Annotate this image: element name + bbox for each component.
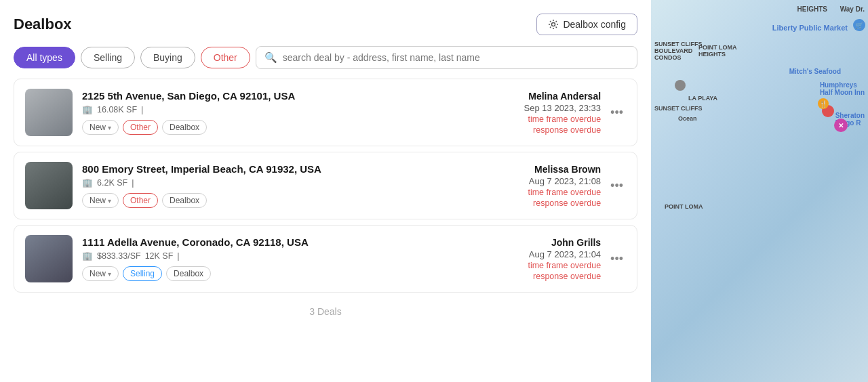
deal-size: 6.2K SF bbox=[97, 178, 127, 188]
deal-right-wrapper: Melissa Brown Aug 7 2023, 21:08 time fra… bbox=[528, 164, 626, 208]
deal-status2: response overdue bbox=[533, 125, 601, 135]
dealbox-config-button[interactable]: Dealbox config bbox=[536, 14, 637, 35]
map-label-liberty: Liberty Public Market bbox=[772, 24, 848, 32]
filter-other[interactable]: Other bbox=[201, 47, 250, 68]
tag-other[interactable]: Other bbox=[123, 193, 158, 208]
deal-status2: response overdue bbox=[533, 272, 601, 281]
tag-dealbox[interactable]: Dealbox bbox=[162, 120, 207, 135]
map-pin-3[interactable]: ✕ bbox=[834, 119, 848, 132]
deal-image bbox=[25, 235, 73, 282]
deal-main: 800 Emory Street, Imperial Beach, CA 919… bbox=[82, 163, 518, 208]
tag-new[interactable]: New ▾ bbox=[82, 266, 119, 281]
more-options-button[interactable]: ••• bbox=[608, 179, 626, 193]
map-label-heights: HEIGHTS bbox=[797, 5, 827, 13]
deal-meta-sep: | bbox=[132, 178, 134, 188]
map-label-point-loma2: POINT LOMA bbox=[665, 203, 703, 210]
deal-main: 1111 Adella Avenue, Coronado, CA 92118, … bbox=[82, 236, 518, 281]
deal-meta-sep: | bbox=[177, 251, 179, 261]
filter-buying[interactable]: Buying bbox=[140, 47, 195, 68]
tag-new[interactable]: New ▾ bbox=[82, 120, 119, 135]
deal-right: Melissa Brown Aug 7 2023, 21:08 time fra… bbox=[528, 164, 601, 208]
search-icon: 🔍 bbox=[264, 51, 277, 64]
deal-agent-name: Melissa Brown bbox=[534, 164, 601, 175]
map-label-point-loma: POINT LOMAHEIGHTS bbox=[698, 44, 737, 58]
deal-status2: response overdue bbox=[533, 198, 601, 208]
deal-meta: 🏢 16.08K SF | bbox=[82, 104, 515, 114]
tag-dealbox[interactable]: Dealbox bbox=[166, 266, 211, 281]
deal-image bbox=[25, 162, 73, 209]
tag-selling[interactable]: Selling bbox=[123, 266, 162, 281]
deal-list: 2125 5th Avenue, San Diego, CA 92101, US… bbox=[14, 79, 637, 293]
building-icon: 🏢 bbox=[82, 251, 93, 261]
deal-date: Aug 7 2023, 21:08 bbox=[529, 176, 601, 186]
map-label-humphreys: HumphreysHalf Moon Inn bbox=[820, 81, 865, 96]
deal-size: 12K SF bbox=[145, 251, 174, 261]
deal-address: 800 Emory Street, Imperial Beach, CA 919… bbox=[82, 163, 518, 175]
deal-agent-name: John Grills bbox=[551, 237, 601, 248]
deal-status1: time frame overdue bbox=[528, 114, 601, 124]
map-label-sunset: SUNSET CLIFFSBOULEVARDCONDOS bbox=[654, 41, 703, 61]
deal-right-wrapper: John Grills Aug 7 2023, 21:04 time frame… bbox=[528, 237, 626, 281]
table-row: 1111 Adella Avenue, Coronado, CA 92118, … bbox=[14, 225, 637, 293]
header-row: Dealbox Dealbox config bbox=[14, 14, 637, 35]
deal-meta-sep: | bbox=[141, 105, 143, 114]
table-row: 2125 5th Avenue, San Diego, CA 92101, US… bbox=[14, 79, 637, 146]
table-row: 800 Emory Street, Imperial Beach, CA 919… bbox=[14, 152, 637, 219]
chevron-down-icon: ▾ bbox=[108, 197, 111, 205]
search-input[interactable] bbox=[283, 52, 629, 63]
tag-dealbox[interactable]: Dealbox bbox=[162, 193, 207, 208]
deal-right: John Grills Aug 7 2023, 21:04 time frame… bbox=[528, 237, 601, 281]
config-button-label: Dealbox config bbox=[563, 19, 626, 30]
deal-size: 16.08K SF bbox=[97, 105, 137, 114]
deal-address: 1111 Adella Avenue, Coronado, CA 92118, … bbox=[82, 236, 518, 248]
deals-count: 3 Deals bbox=[14, 293, 637, 331]
tag-other[interactable]: Other bbox=[123, 120, 158, 135]
map-label-la-playa: LA PLAYA bbox=[688, 95, 717, 102]
more-options-button[interactable]: ••• bbox=[608, 106, 626, 120]
chevron-down-icon: ▾ bbox=[108, 124, 111, 131]
map-label-ocean: Ocean bbox=[678, 115, 697, 122]
deal-address: 2125 5th Avenue, San Diego, CA 92101, US… bbox=[82, 90, 515, 102]
deal-right: Melina Andersal Sep 13 2023, 23:33 time … bbox=[524, 91, 601, 135]
map-label-mitch: Mitch's Seafood bbox=[789, 68, 841, 75]
map-pin-4[interactable]: 🍴 bbox=[818, 98, 829, 109]
map-pin-1[interactable] bbox=[675, 80, 686, 91]
deal-agent-name: Melina Andersal bbox=[528, 91, 601, 102]
deal-tags: New ▾ Other Dealbox bbox=[82, 193, 518, 208]
filter-row: All types Selling Buying Other 🔍 bbox=[14, 46, 637, 69]
deal-status1: time frame overdue bbox=[528, 261, 601, 270]
map-label-highway: Way Dr. bbox=[840, 5, 865, 13]
map-pin-shopping[interactable]: 🛒 bbox=[853, 19, 865, 31]
svg-point-0 bbox=[552, 23, 555, 26]
deal-date: Aug 7 2023, 21:04 bbox=[529, 249, 601, 259]
deal-status1: time frame overdue bbox=[528, 188, 601, 197]
building-icon: 🏢 bbox=[82, 104, 93, 114]
filter-all-types[interactable]: All types bbox=[14, 47, 75, 68]
deal-right-wrapper: Melina Andersal Sep 13 2023, 23:33 time … bbox=[524, 91, 626, 135]
left-panel: Dealbox Dealbox config All types Selling… bbox=[0, 0, 651, 382]
chevron-down-icon: ▾ bbox=[108, 270, 111, 278]
deal-main: 2125 5th Avenue, San Diego, CA 92101, US… bbox=[82, 90, 515, 135]
search-box: 🔍 bbox=[256, 46, 637, 69]
filter-selling[interactable]: Selling bbox=[81, 47, 135, 68]
deal-tags: New ▾ Selling Dealbox bbox=[82, 266, 518, 281]
deal-meta: 🏢 6.2K SF | bbox=[82, 177, 518, 188]
map-background: HEIGHTS Way Dr. Liberty Public Market SU… bbox=[651, 0, 868, 382]
config-icon bbox=[548, 19, 559, 30]
building-icon: 🏢 bbox=[82, 177, 93, 188]
tag-new[interactable]: New ▾ bbox=[82, 193, 119, 208]
deal-image bbox=[25, 89, 73, 136]
page-title: Dealbox bbox=[14, 16, 72, 33]
more-options-button[interactable]: ••• bbox=[608, 252, 626, 266]
map-label-sunset-cliffs: SUNSET CLIFFS bbox=[654, 105, 703, 112]
deal-date: Sep 13 2023, 23:33 bbox=[524, 103, 601, 113]
deal-price: $833.33/SF bbox=[97, 251, 141, 261]
deal-tags: New ▾ Other Dealbox bbox=[82, 120, 515, 135]
map-panel[interactable]: HEIGHTS Way Dr. Liberty Public Market SU… bbox=[651, 0, 868, 382]
deal-meta: 🏢 $833.33/SF 12K SF | bbox=[82, 251, 518, 261]
